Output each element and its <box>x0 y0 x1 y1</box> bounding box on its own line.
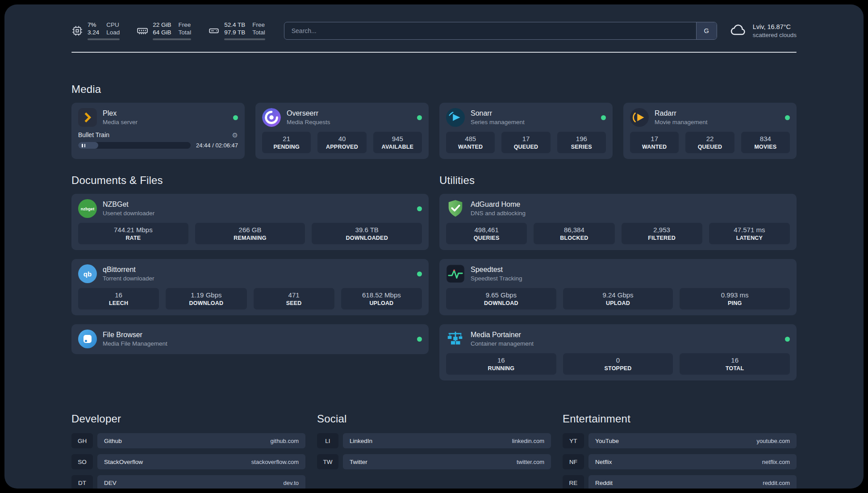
stat-value: 17 <box>503 135 548 142</box>
stat-tile: 485 WANTED <box>446 132 495 153</box>
pause-icon <box>82 144 83 147</box>
bookmark-abbr: TW <box>317 454 338 469</box>
stat-value: 2,953 <box>623 226 701 234</box>
bookmark-twitter[interactable]: TW Twitter twitter.com <box>317 454 551 469</box>
stat-label: LATENCY <box>711 235 788 241</box>
service-card-portainer[interactable]: Media Portainer Container management 16 … <box>439 324 797 380</box>
bookmark-reddit[interactable]: RE Reddit reddit.com <box>563 475 797 489</box>
service-card-plex[interactable]: Plex Media server Bullet Train ⚙ <box>71 103 245 159</box>
bookmark-name: YouTube <box>595 438 619 444</box>
bookmark-link[interactable]: Reddit reddit.com <box>588 475 797 489</box>
stat-value: 498,461 <box>448 226 525 234</box>
stat-value: 471 <box>255 291 333 299</box>
bookmark-link[interactable]: DEV dev.to <box>97 475 305 489</box>
service-card-sonarr[interactable]: Sonarr Series management 485 WANTED 17 Q… <box>439 103 613 159</box>
bookmark-name: DEV <box>104 480 117 486</box>
bookmark-linkedin[interactable]: LI LinkedIn linkedin.com <box>317 433 551 448</box>
stat-value: 9.24 Gbps <box>565 291 672 299</box>
stat-value: 16 <box>448 356 555 364</box>
service-subtitle: Series management <box>471 119 525 125</box>
search-provider-button[interactable]: G <box>696 22 717 39</box>
ram-usage-bar <box>153 38 191 40</box>
section-title-media: Media <box>71 83 797 96</box>
service-subtitle: Movie management <box>655 119 708 125</box>
stat-tile: 0.993 ms PING <box>680 288 790 309</box>
service-card-filebrowser[interactable]: File Browser Media File Management <box>71 324 429 354</box>
bookmark-url: linkedin.com <box>512 438 544 444</box>
disk-total-label: Total <box>252 29 265 36</box>
service-subtitle: DNS and adblocking <box>471 210 526 217</box>
stat-label: QUEUED <box>687 144 732 150</box>
playback-progress-bar[interactable] <box>78 142 191 149</box>
bookmark-link[interactable]: StackOverflow stackoverflow.com <box>97 454 305 469</box>
stat-value: 1.19 Gbps <box>167 291 245 299</box>
playback-progress-fill <box>78 142 98 149</box>
stat-label: FILTERED <box>623 235 701 241</box>
section-title-documents: Documents & Files <box>71 174 429 187</box>
status-dot <box>417 272 422 276</box>
bookmark-url: twitter.com <box>517 459 544 465</box>
cpu-load-label: Load <box>106 29 120 36</box>
bookmark-youtube[interactable]: YT YouTube youtube.com <box>563 433 797 448</box>
bookmark-abbr: GH <box>71 433 93 448</box>
speedtest-icon <box>446 264 465 283</box>
status-dot <box>417 337 422 342</box>
cpu-icon <box>71 25 83 37</box>
cpu-monitor: 7% CPU 3.24 Load <box>71 21 120 40</box>
bookmark-url: stackoverflow.com <box>251 459 299 465</box>
weather-location: Lviv, 16.87°C <box>753 23 797 30</box>
stat-value: 196 <box>559 135 604 142</box>
weather-widget[interactable]: Lviv, 16.87°C scattered clouds <box>730 21 797 41</box>
now-playing-title: Bullet Train <box>78 131 109 138</box>
bookmark-github[interactable]: GH Github github.com <box>71 433 305 448</box>
bookmark-netflix[interactable]: NF Netflix netflix.com <box>563 454 797 469</box>
service-subtitle: Media File Management <box>103 340 167 347</box>
bookmark-link[interactable]: LinkedIn linkedin.com <box>343 433 551 448</box>
service-name: Overseerr <box>287 109 330 117</box>
stat-label: MOVIES <box>743 144 788 150</box>
stat-value: 945 <box>375 135 420 142</box>
service-card-nzbget[interactable]: nzbget NZBGet Usenet downloader 744.21 M… <box>71 194 429 250</box>
stat-value: 16 <box>80 291 157 299</box>
radarr-icon <box>630 108 649 127</box>
stat-label: SERIES <box>559 144 604 150</box>
bookmark-abbr: LI <box>317 433 338 448</box>
status-dot <box>785 337 790 342</box>
bookmark-name: Twitter <box>350 459 367 465</box>
bookmark-abbr: DT <box>71 475 93 489</box>
stat-tile: 16 LEECH <box>78 288 159 309</box>
stat-value: 22 <box>687 135 732 142</box>
bookmark-stackoverflow[interactable]: SO StackOverflow stackoverflow.com <box>71 454 305 469</box>
service-card-overseerr[interactable]: Overseerr Media Requests 21 PENDING 40 A… <box>255 103 429 159</box>
service-name: Radarr <box>655 109 708 117</box>
gear-icon[interactable]: ⚙ <box>232 132 238 138</box>
bookmark-link[interactable]: Github github.com <box>97 433 305 448</box>
bookmark-link[interactable]: YouTube youtube.com <box>588 433 797 448</box>
nzbget-icon: nzbget <box>78 199 97 218</box>
bookmark-link[interactable]: Twitter twitter.com <box>343 454 551 469</box>
stat-tile: 1.19 Gbps DOWNLOAD <box>166 288 246 309</box>
service-card-adguard[interactable]: AdGuard Home DNS and adblocking 498,461 … <box>439 194 797 250</box>
stat-value: 0.993 ms <box>681 291 788 299</box>
stat-tile: 9.24 Gbps UPLOAD <box>563 288 673 309</box>
stat-value: 39.6 TB <box>313 226 420 234</box>
stat-tile: 498,461 QUERIES <box>446 223 527 244</box>
bookmark-url: netflix.com <box>762 459 790 465</box>
stat-tile: 471 SEED <box>254 288 334 309</box>
dashboard: 7% CPU 3.24 Load 22 GiB Free 64 GiB Tota… <box>4 4 864 489</box>
stat-label: PING <box>681 300 788 306</box>
bookmark-group-entertainment: Entertainment YT YouTube youtube.com NF … <box>563 413 797 489</box>
service-card-radarr[interactable]: Radarr Movie management 17 WANTED 22 QUE… <box>623 103 797 159</box>
stat-label: STOPPED <box>565 365 672 372</box>
stat-tile: 196 SERIES <box>557 132 606 153</box>
stat-value: 834 <box>743 135 788 142</box>
bookmark-link[interactable]: Netflix netflix.com <box>588 454 797 469</box>
service-card-qbittorrent[interactable]: qb qBittorrent Torrent downloader 16 LEE… <box>71 259 429 315</box>
stat-label: QUERIES <box>448 235 525 241</box>
service-card-speedtest[interactable]: Speedtest Speedtest Tracking 9.65 Gbps D… <box>439 259 797 315</box>
disk-free-value: 52.4 TB <box>224 21 245 28</box>
bookmark-dev[interactable]: DT DEV dev.to <box>71 475 305 489</box>
service-name: Sonarr <box>471 109 525 117</box>
search-input[interactable] <box>284 22 696 39</box>
stat-label: TOTAL <box>681 365 788 372</box>
